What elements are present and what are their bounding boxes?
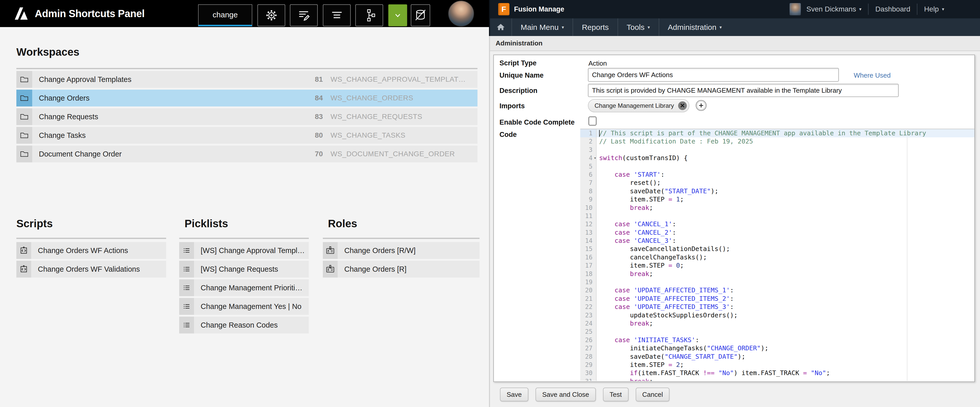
divider [917,3,917,15]
description-label: Description [500,87,538,95]
picklist-item[interactable]: Change Management Yes | No [179,298,309,315]
script-type-label: Script Type [500,59,536,67]
workspace-row[interactable]: Document Change Order 70 WS_DOCUMENT_CHA… [16,146,477,162]
nav-item-label: Tools [627,23,644,32]
picklist-item[interactable]: Change Reason Codes [179,317,309,333]
divider [323,238,479,239]
breadcrumb: Administration [490,36,980,51]
nav-item[interactable]: Reports [573,18,617,36]
workspace-row[interactable]: Change Approval Templates 81 WS_CHANGE_A… [16,71,477,88]
divider [16,68,477,69]
workspace-system-name: WS_CHANGE_ORDERS [331,94,477,102]
gear-icon [264,8,278,22]
where-used-link[interactable]: Where Used [854,71,891,79]
picklist-icon [179,279,194,296]
list-button[interactable] [323,4,351,26]
unique-name-field[interactable] [588,68,839,82]
workspace-system-name: WS_DOCUMENT_CHANGE_ORDER [331,150,477,158]
workspace-id: 84 [302,94,323,102]
dropdown-button[interactable] [388,4,407,26]
workspaces-table: Change Approval Templates 81 WS_CHANGE_A… [16,71,477,164]
picklist-item[interactable]: Change Management Prioriti… [179,279,309,296]
description-field[interactable] [588,84,899,97]
picklist-label: Change Management Prioriti… [194,283,302,292]
nav-item[interactable]: Tools ▾ [617,18,659,36]
picklists-list: [WS] Change Approval Templ… [WS] Change … [179,242,309,335]
action-button[interactable]: Save [500,388,528,401]
user-avatar[interactable] [789,3,801,15]
remove-import-button[interactable]: ✕ [678,101,687,110]
nav-item-label: Administration [668,23,716,32]
enable-code-complete-checkbox[interactable] [589,116,597,126]
dashboard-link[interactable]: Dashboard [875,5,910,13]
picklist-label: [WS] Change Approval Templ… [194,246,305,255]
import-chip-label: Change Management Library [595,102,674,109]
workspaces-title: Workspaces [16,46,80,58]
script-item[interactable]: Change Orders WF Actions [16,242,166,259]
nav-item-label: Main Menu [521,23,558,32]
user-avatar[interactable] [448,0,474,27]
fold-icon[interactable]: ▾ [594,154,597,162]
fusion-manage-logo-icon: F [498,3,509,15]
add-import-button[interactable] [695,100,707,111]
nav-item[interactable]: Administration ▾ [659,18,730,36]
role-label: Change Orders [R/W] [338,246,415,255]
help-menu[interactable]: Help ▾ [924,5,944,13]
workspace-name: Change Tasks [32,131,302,140]
search-input[interactable] [198,4,252,26]
nav-list: Main Menu ▾ Reports Tools ▾ Administrati… [511,18,730,36]
help-label: Help [924,5,939,13]
role-item[interactable]: Change Orders [R] [323,261,479,277]
action-button[interactable]: Test [603,388,628,401]
role-item[interactable]: Change Orders [R/W] [323,242,479,259]
workspace-name: Change Requests [32,112,302,121]
nav-item[interactable]: Main Menu ▾ [511,18,573,36]
workspace-system-name: WS_CHANGE_REQUESTS [331,112,477,121]
action-button[interactable]: Save and Close [536,388,596,401]
workspace-id: 83 [302,112,323,121]
folder-icon [16,90,32,106]
code-editor[interactable]: 1// This script is part of the CHANGE MA… [580,129,974,381]
app-title: Fusion Manage [514,5,565,13]
picklist-label: [WS] Change Requests [194,265,278,274]
database-off-icon [413,8,428,22]
script-icon [16,242,31,259]
picklist-icon [179,317,194,333]
folder-icon [16,71,32,88]
script-editor-panel: Script Type Action Unique Name Where Use… [493,55,975,382]
database-off-button[interactable] [411,4,430,26]
script-item[interactable]: Change Orders WF Validations [16,261,166,277]
workflow-button[interactable] [355,4,383,26]
scripts-list: Change Orders WF Actions Change Orders W… [16,242,166,279]
caret-down-icon: ▾ [942,6,944,12]
workspace-row[interactable]: Change Requests 83 WS_CHANGE_REQUESTS [16,108,477,125]
home-button[interactable] [490,18,511,36]
workspace-row[interactable]: Change Orders 84 WS_CHANGE_ORDERS [16,90,477,106]
role-badge-icon [323,261,338,277]
action-button[interactable]: Cancel [636,388,670,401]
script-label: Change Orders WF Validations [31,265,140,274]
script-icon [16,261,31,277]
workspace-name: Document Change Order [32,150,302,158]
workspace-row[interactable]: Change Tasks 80 WS_CHANGE_TASKS [16,127,477,144]
autodesk-logo-icon [13,6,29,21]
workspace-id: 80 [302,131,323,139]
caret-down-icon: ▾ [562,25,564,30]
main-nav: Main Menu ▾ Reports Tools ▾ Administrati… [490,18,980,36]
picklist-item[interactable]: [WS] Change Requests [179,261,309,277]
roles-title: Roles [328,217,357,230]
picklist-icon [179,242,194,259]
user-menu[interactable]: Sven Dickmans ▾ [807,5,862,13]
workspace-name: Change Approval Templates [32,75,302,84]
workflow-icon [362,8,377,22]
nav-item-label: Reports [582,23,609,32]
picklist-icon [179,261,194,277]
role-badge-icon [323,242,338,259]
text-cursor [599,130,600,137]
edit-scripts-button[interactable] [290,4,318,26]
divider [179,238,309,239]
caret-down-icon: ▾ [648,25,650,30]
picklist-label: Change Management Yes | No [194,302,301,311]
picklist-item[interactable]: [WS] Change Approval Templ… [179,242,309,259]
settings-button[interactable] [258,4,285,26]
